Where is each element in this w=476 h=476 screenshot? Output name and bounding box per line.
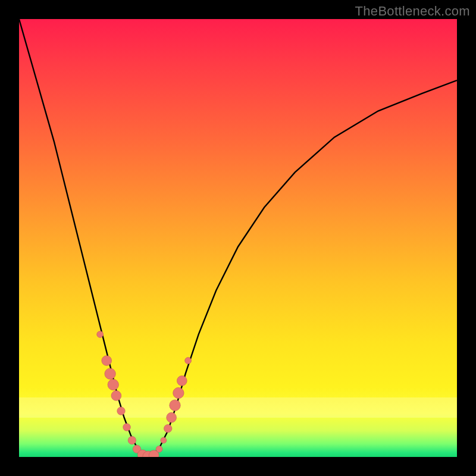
data-points-group bbox=[97, 331, 192, 457]
data-point bbox=[97, 331, 104, 337]
data-point bbox=[102, 356, 112, 366]
plot-area bbox=[19, 19, 457, 457]
watermark-text: TheBottleneck.com bbox=[355, 4, 470, 19]
data-point bbox=[167, 412, 177, 422]
data-point bbox=[105, 368, 115, 379]
data-point bbox=[177, 376, 187, 386]
data-point bbox=[117, 407, 125, 415]
data-point bbox=[185, 358, 192, 364]
data-point bbox=[161, 437, 167, 443]
data-point bbox=[123, 424, 131, 431]
data-point bbox=[170, 400, 180, 411]
data-point bbox=[164, 424, 172, 432]
data-point bbox=[173, 387, 184, 398]
chart-svg bbox=[19, 19, 457, 457]
data-point bbox=[111, 391, 121, 401]
chart-frame: TheBottleneck.com bbox=[0, 0, 476, 476]
data-point bbox=[156, 446, 162, 452]
data-point bbox=[108, 379, 118, 390]
data-point bbox=[128, 436, 136, 444]
bottleneck-curve bbox=[19, 19, 457, 457]
